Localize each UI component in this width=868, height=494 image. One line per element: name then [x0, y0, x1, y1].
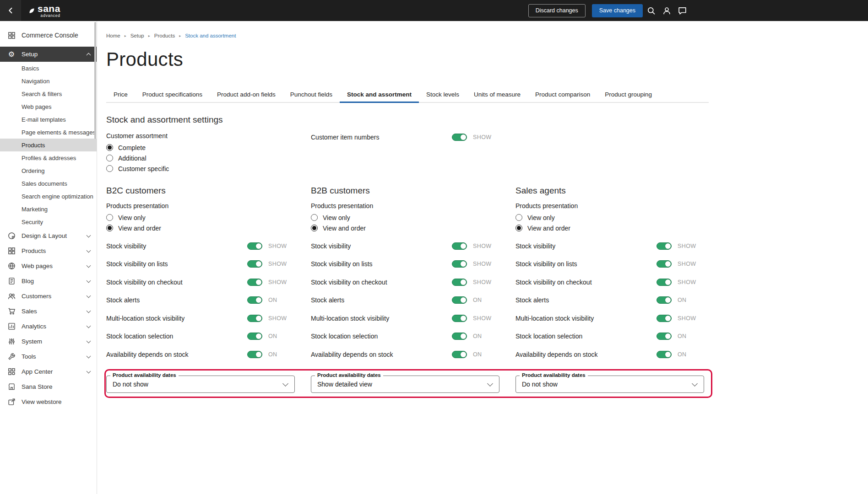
- sidebar-item-view-webstore[interactable]: View webstore: [0, 394, 97, 409]
- sidebar-item-sales[interactable]: Sales: [0, 304, 97, 319]
- sidebar-subitem-seo[interactable]: Search engine optimization: [0, 190, 97, 203]
- toggle-switch[interactable]: [656, 242, 672, 250]
- radio-label: Additional: [118, 155, 146, 162]
- toggle-switch[interactable]: [247, 296, 262, 304]
- breadcrumb-current[interactable]: Stock and assortment: [185, 33, 236, 38]
- toggle-switch[interactable]: [247, 351, 262, 358]
- sidebar-item-sana-store[interactable]: Sana Store: [0, 379, 97, 394]
- setting-row-stock-visibility-lists: Stock visibility on lists SHOW: [515, 255, 708, 274]
- sidebar-item-label: Setup: [22, 51, 38, 58]
- column-b2c-customers: B2C customers Products presentation View…: [106, 186, 311, 364]
- radio-option-view-only[interactable]: View only: [515, 212, 708, 223]
- radio-option-complete[interactable]: Complete: [106, 142, 311, 153]
- sidebar-item-analytics[interactable]: Analytics: [0, 319, 97, 334]
- sidebar-subitem-page-elements[interactable]: Page elements & messages: [0, 126, 97, 139]
- user-account-button[interactable]: [659, 3, 674, 18]
- sidebar-subitem-profiles-addresses[interactable]: Profiles & addresses: [0, 151, 97, 164]
- discard-changes-button[interactable]: Discard changes: [528, 4, 586, 17]
- feedback-button[interactable]: [675, 3, 689, 18]
- toggle-switch[interactable]: [656, 296, 672, 304]
- breadcrumb: Home ▸ Setup ▸ Products ▸ Stock and asso…: [106, 33, 868, 38]
- toggle-state-label: ON: [678, 297, 708, 303]
- toggle-state-label: SHOW: [678, 279, 708, 285]
- tab-price[interactable]: Price: [106, 89, 135, 102]
- sidebar-item-setup[interactable]: ⚙ Setup: [0, 47, 97, 62]
- setting-row-stock-visibility-checkout: Stock visibility on checkout SHOW: [106, 273, 311, 291]
- sidebar-item-system[interactable]: System: [0, 334, 97, 349]
- sidebar-item-label: Blog: [22, 278, 34, 285]
- tab-stock-levels[interactable]: Stock levels: [419, 89, 467, 102]
- sidebar-item-products[interactable]: Products: [0, 243, 97, 258]
- radio-option-customer-specific[interactable]: Customer specific: [106, 163, 311, 174]
- breadcrumb-setup[interactable]: Setup: [130, 33, 144, 38]
- search-button[interactable]: [644, 3, 658, 18]
- toggle-switch[interactable]: [247, 279, 262, 286]
- tab-product-grouping[interactable]: Product grouping: [597, 89, 659, 102]
- sidebar-item-app-center[interactable]: App Center: [0, 364, 97, 379]
- radio-option-view-and-order[interactable]: View and order: [106, 223, 311, 233]
- toggle-switch[interactable]: [247, 260, 262, 268]
- availability-dates-select-sales-agents[interactable]: Product availability dates Do not show: [515, 376, 704, 393]
- toggle-switch[interactable]: [452, 351, 467, 358]
- toggle-switch[interactable]: [656, 279, 672, 286]
- sidebar-subitem-ordering[interactable]: Ordering: [0, 164, 97, 177]
- tab-punchout-fields[interactable]: Punchout fields: [283, 89, 340, 102]
- tab-product-specifications[interactable]: Product specifications: [135, 89, 210, 102]
- sidebar-item-label: Sales: [22, 308, 37, 315]
- sidebar-subitem-basics[interactable]: Basics: [0, 62, 97, 75]
- setting-row-stock-alerts: Stock alerts ON: [311, 291, 515, 310]
- toggle-switch[interactable]: [656, 333, 672, 340]
- customer-item-numbers-toggle[interactable]: [452, 134, 467, 141]
- availability-dates-select-b2c[interactable]: Product availability dates Do not show: [106, 376, 295, 393]
- chevron-down-icon: [87, 278, 91, 283]
- save-changes-button[interactable]: Save changes: [592, 4, 643, 17]
- search-icon: [647, 6, 656, 15]
- radio-option-view-and-order[interactable]: View and order: [311, 223, 515, 233]
- radio-option-view-only[interactable]: View only: [311, 212, 515, 223]
- radio-option-view-and-order[interactable]: View and order: [515, 223, 708, 233]
- sidebar-subitem-web-pages[interactable]: Web pages: [0, 100, 97, 113]
- toggle-switch[interactable]: [247, 242, 262, 250]
- sidebar-subitem-sales-documents[interactable]: Sales documents: [0, 177, 97, 190]
- tab-stock-and-assortment[interactable]: Stock and assortment: [340, 89, 419, 102]
- breadcrumb-products[interactable]: Products: [154, 33, 175, 38]
- sidebar-item-commerce-console[interactable]: Commerce Console: [0, 26, 97, 45]
- sidebar-scrollbar[interactable]: [94, 22, 96, 139]
- toggle-switch[interactable]: [452, 315, 467, 322]
- sidebar-item-blog[interactable]: Blog: [0, 274, 97, 289]
- radio-option-view-only[interactable]: View only: [106, 212, 311, 223]
- sidebar-item-design-layout[interactable]: Design & Layout: [0, 228, 97, 243]
- sidebar-subitem-email-templates[interactable]: E-mail templates: [0, 113, 97, 126]
- toggle-switch[interactable]: [656, 315, 672, 322]
- sidebar-subitem-products[interactable]: Products: [0, 139, 97, 151]
- toggle-switch[interactable]: [452, 279, 467, 286]
- toggle-switch[interactable]: [452, 242, 467, 250]
- availability-dates-select-b2b[interactable]: Product availability dates Show detailed…: [311, 376, 499, 393]
- breadcrumb-home[interactable]: Home: [106, 33, 120, 38]
- toggle-state-label: SHOW: [268, 243, 311, 249]
- tab-product-comparison[interactable]: Product comparison: [528, 89, 597, 102]
- back-button[interactable]: [0, 0, 21, 21]
- toggle-state-label: SHOW: [473, 279, 515, 285]
- sidebar-item-label: App Center: [22, 368, 53, 375]
- toggle-switch[interactable]: [452, 333, 467, 340]
- toggle-switch[interactable]: [247, 333, 262, 340]
- toggle-switch[interactable]: [452, 296, 467, 304]
- tab-units-of-measure[interactable]: Units of measure: [467, 89, 528, 102]
- toggle-switch[interactable]: [247, 315, 262, 322]
- customer-type-columns: B2C customers Products presentation View…: [106, 186, 868, 364]
- palette-icon: [8, 232, 16, 240]
- setting-label: Stock visibility on lists: [311, 260, 452, 268]
- sidebar-subitem-security[interactable]: Security: [0, 215, 97, 228]
- toggle-switch[interactable]: [656, 260, 672, 268]
- sidebar-subitem-search-filters[interactable]: Search & filters: [0, 87, 97, 100]
- sidebar-item-tools[interactable]: Tools: [0, 349, 97, 364]
- radio-option-additional[interactable]: Additional: [106, 153, 311, 163]
- sidebar-item-web-pages[interactable]: Web pages: [0, 258, 97, 274]
- tab-product-add-on-fields[interactable]: Product add-on fields: [210, 89, 283, 102]
- toggle-switch[interactable]: [452, 260, 467, 268]
- sidebar-subitem-navigation[interactable]: Navigation: [0, 75, 97, 87]
- sidebar-subitem-marketing[interactable]: Marketing: [0, 203, 97, 215]
- toggle-switch[interactable]: [656, 351, 672, 358]
- sidebar-item-customers[interactable]: Customers: [0, 289, 97, 304]
